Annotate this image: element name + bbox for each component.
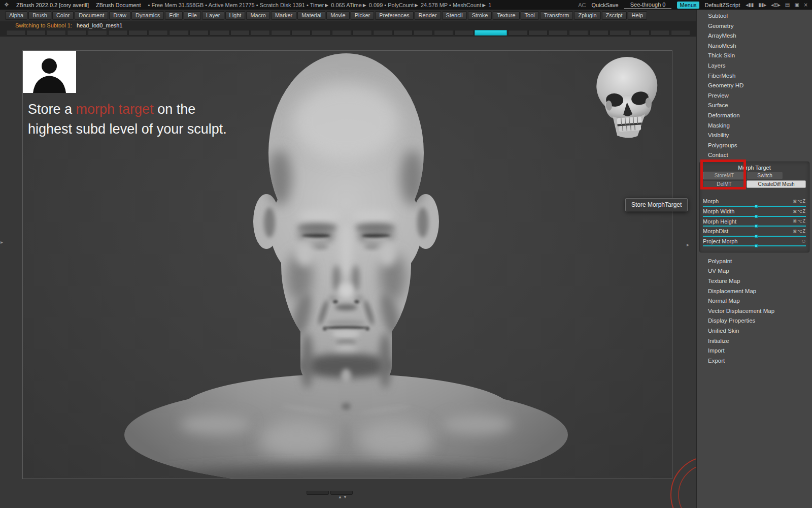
tool-palette-section[interactable]: Initialize — [697, 336, 812, 346]
shelf-segment[interactable] — [169, 30, 188, 36]
shelf-segment[interactable] — [149, 30, 168, 36]
tool-palette-section[interactable]: Import — [697, 346, 812, 356]
shelf-segment[interactable] — [332, 30, 351, 36]
menu-item[interactable]: File — [184, 11, 201, 20]
menu-item[interactable]: Zplugin — [574, 11, 600, 20]
shelf-segment[interactable] — [312, 30, 331, 36]
canvas-zoom-arrows[interactable]: ▲▼ — [338, 495, 348, 499]
tool-palette-section[interactable]: Display Properties — [697, 316, 812, 326]
shelf-segment[interactable] — [108, 30, 127, 36]
titlebar-tool-icon[interactable]: ▮▮▸ — [758, 2, 766, 8]
right-tray-toggle-icon[interactable]: ▸ — [687, 242, 689, 247]
shelf-segment[interactable] — [610, 30, 629, 36]
menu-item[interactable]: Color — [52, 11, 74, 20]
creatediff-mesh-button[interactable]: CreateDiff Mesh — [747, 180, 806, 188]
shelf-segment[interactable] — [47, 30, 66, 36]
shelf-segment[interactable] — [508, 30, 527, 36]
tool-palette-section[interactable]: FiberMesh — [697, 71, 812, 81]
shelf-segment[interactable] — [651, 30, 670, 36]
menu-item[interactable]: Stroke — [468, 11, 492, 20]
tool-palette-section[interactable]: UV Map — [697, 266, 812, 276]
canvas-area[interactable]: Store a morph target on the highest subd… — [0, 37, 696, 508]
slider-track[interactable] — [703, 216, 806, 217]
shelf-segment[interactable] — [6, 30, 25, 36]
menu-item[interactable]: Zscript — [602, 11, 627, 20]
tool-palette-section[interactable]: Preview — [697, 91, 812, 101]
tool-palette-section[interactable]: ArrayMesh — [697, 31, 812, 41]
shelf-segment[interactable] — [352, 30, 371, 36]
tool-palette-section[interactable]: Geometry — [697, 21, 812, 31]
slider-track[interactable] — [703, 236, 806, 237]
menu-item[interactable]: Stencil — [442, 11, 467, 20]
tool-palette-section[interactable]: Subtool — [697, 11, 812, 21]
tool-palette-section[interactable]: Export — [697, 356, 812, 366]
zbrush-document[interactable]: Store a morph target on the highest subd… — [22, 50, 672, 479]
scrollbar-segment[interactable] — [330, 491, 353, 495]
tool-palette-section[interactable]: Layers — [697, 61, 812, 71]
menu-item[interactable]: Marker — [271, 11, 296, 20]
shelf-segment[interactable] — [393, 30, 413, 36]
arrow-down-icon[interactable]: ▼ — [343, 495, 348, 499]
shelf-segment[interactable] — [128, 30, 148, 36]
alpha-thumbnail[interactable] — [23, 51, 76, 93]
slider-handle[interactable] — [755, 215, 758, 218]
shelf-segment[interactable] — [210, 30, 229, 36]
tool-palette-section[interactable]: Polypaint — [697, 257, 812, 267]
menu-item[interactable]: Preferences — [375, 11, 413, 20]
menu-item[interactable]: Transform — [540, 11, 573, 20]
shelf-segment-active[interactable] — [475, 30, 506, 36]
shelf-segment[interactable] — [549, 30, 568, 36]
slider-track[interactable] — [703, 206, 806, 207]
tool-palette-section[interactable]: Normal Map — [697, 296, 812, 306]
tool-palette-section[interactable]: Vector Displacement Map — [697, 306, 812, 316]
left-tray-toggle-icon[interactable]: ▸ — [1, 240, 3, 245]
shelf-segment[interactable] — [88, 30, 107, 36]
menu-item[interactable]: Texture — [493, 11, 519, 20]
shelf-segment[interactable] — [528, 30, 548, 36]
titlebar-tool-icon[interactable]: ▣ — [794, 2, 799, 8]
menu-item[interactable]: Movie — [326, 11, 349, 20]
quicksave-button[interactable]: QuickSave — [592, 2, 619, 8]
slider-handle[interactable] — [755, 235, 758, 238]
tool-palette-section[interactable]: Unified Skin — [697, 326, 812, 336]
shelf-segment[interactable] — [67, 30, 86, 36]
shelf-segment[interactable] — [291, 30, 311, 36]
tool-palette-section[interactable]: Masking — [697, 121, 812, 131]
canvas-scrollbar[interactable] — [307, 491, 353, 495]
tool-palette-section[interactable]: Contact — [697, 150, 812, 161]
slider-handle[interactable] — [755, 205, 758, 208]
menu-item[interactable]: Dynamics — [131, 11, 164, 20]
menu-item[interactable]: Draw — [109, 11, 130, 20]
menu-item[interactable]: Macro — [246, 11, 270, 20]
slider-track[interactable] — [703, 245, 806, 246]
tool-palette-section[interactable]: Deformation — [697, 111, 812, 121]
shelf-segment[interactable] — [671, 30, 690, 36]
see-through-slider[interactable]: See-through 0 — [624, 2, 672, 9]
menus-toggle-button[interactable]: Menus — [677, 2, 699, 9]
shelf-segment[interactable] — [569, 30, 588, 36]
shelf-segment[interactable] — [230, 30, 250, 36]
shelf-segment[interactable] — [434, 30, 453, 36]
menu-item[interactable]: Edit — [165, 11, 183, 20]
slider-handle[interactable] — [755, 225, 758, 228]
menu-item[interactable]: Alpha — [5, 11, 27, 20]
menu-item[interactable]: Render — [415, 11, 441, 20]
shelf-segment[interactable] — [454, 30, 473, 36]
arrow-up-icon[interactable]: ▲ — [338, 495, 343, 499]
titlebar-tool-icon[interactable]: × — [804, 2, 808, 8]
tool-palette-section[interactable]: Polygroups — [697, 141, 812, 151]
tool-palette-section[interactable]: Surface — [697, 101, 812, 111]
tool-palette-section[interactable]: Displacement Map — [697, 287, 812, 297]
slider-handle[interactable] — [755, 244, 758, 247]
titlebar-tool-icon[interactable]: ◂⊞▸ — [771, 2, 780, 8]
shelf-segment[interactable] — [271, 30, 290, 36]
menu-item[interactable]: Help — [628, 11, 648, 20]
scrollbar-segment[interactable] — [307, 491, 329, 495]
menu-item[interactable]: Picker — [351, 11, 375, 20]
titlebar-tool-icon[interactable]: ▤ — [785, 2, 790, 8]
shelf-segment[interactable] — [414, 30, 433, 36]
slider-track[interactable] — [703, 226, 806, 227]
shelf-segment[interactable] — [589, 30, 608, 36]
tool-palette-section[interactable]: Thick Skin — [697, 51, 812, 61]
menu-item[interactable]: Document — [75, 11, 108, 20]
